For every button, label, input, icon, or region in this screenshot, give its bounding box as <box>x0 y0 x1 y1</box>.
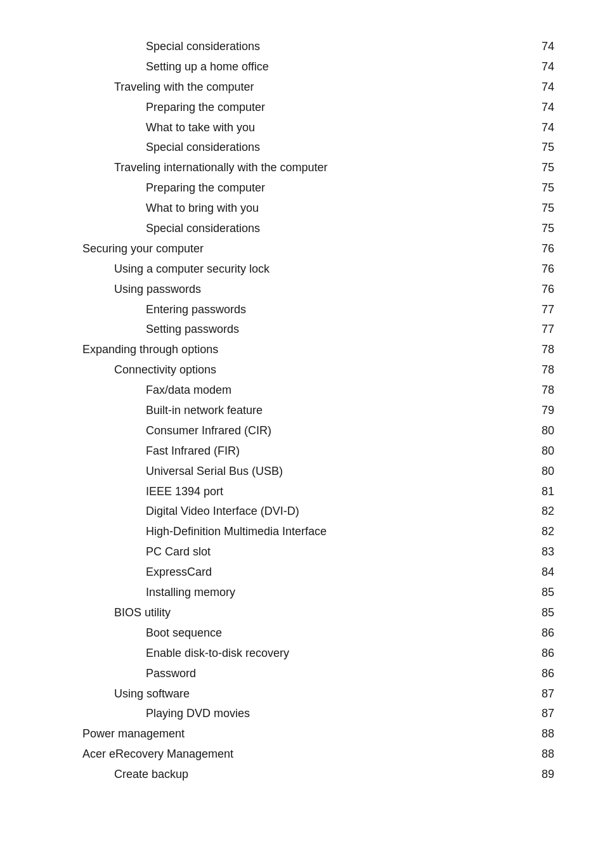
toc-entry-page: 88 <box>535 725 554 743</box>
toc-entry: Fax/data modem78 <box>51 382 554 399</box>
toc-entry-page: 88 <box>535 746 554 763</box>
toc-entry-label: PC Card slot <box>146 543 535 561</box>
toc-entry-label: BIOS utility <box>114 604 535 622</box>
toc-entry: What to bring with you75 <box>51 200 554 217</box>
toc-entry: Power management88 <box>51 725 554 743</box>
toc-entry: Using passwords76 <box>51 281 554 299</box>
toc-entry-page: 76 <box>535 281 554 299</box>
toc-entry-label: High-Definition Multimedia Interface <box>146 523 535 541</box>
toc-entry-page: 76 <box>535 240 554 258</box>
toc-entry-label: Securing your computer <box>82 240 535 258</box>
toc-entry-label: Universal Serial Bus (USB) <box>146 463 535 481</box>
toc-entry-page: 78 <box>535 361 554 379</box>
toc-entry: Setting passwords77 <box>51 321 554 339</box>
toc-entry-label: Expanding through options <box>82 341 535 359</box>
toc-entry-label: Entering passwords <box>146 301 535 319</box>
toc-entry: Expanding through options78 <box>51 341 554 359</box>
toc-entry-page: 84 <box>535 564 554 581</box>
toc-entry: Fast Infrared (FIR)80 <box>51 443 554 460</box>
toc-entry-page: 86 <box>535 625 554 642</box>
toc-entry: Boot sequence86 <box>51 625 554 642</box>
toc-entry-page: 75 <box>535 159 554 177</box>
toc-entry-label: Acer eRecovery Management <box>82 746 535 763</box>
toc-entry-page: 86 <box>535 645 554 663</box>
toc-entry-label: What to bring with you <box>146 200 535 217</box>
toc-entry-label: Setting up a home office <box>146 58 535 76</box>
toc-entry-label: ExpressCard <box>146 564 535 581</box>
toc-entry: Digital Video Interface (DVI-D)82 <box>51 503 554 521</box>
toc-entry-label: What to take with you <box>146 119 535 137</box>
toc-entry-page: 75 <box>535 220 554 238</box>
toc-entry: Connectivity options78 <box>51 361 554 379</box>
toc-entry-label: Setting passwords <box>146 321 535 339</box>
toc-entry-label: Using a computer security lock <box>114 261 535 278</box>
toc-entry-label: Traveling internationally with the compu… <box>114 159 535 177</box>
toc-entry-page: 75 <box>535 179 554 197</box>
toc-entry: What to take with you74 <box>51 119 554 137</box>
toc-entry-label: Consumer Infrared (CIR) <box>146 422 535 440</box>
toc-entry: Using software87 <box>51 685 554 703</box>
toc-entry-label: Special considerations <box>146 220 535 238</box>
toc-entry: Traveling with the computer74 <box>51 79 554 96</box>
toc-entry-label: Traveling with the computer <box>114 79 535 96</box>
toc-entry-label: Password <box>146 665 535 683</box>
toc-entry-page: 80 <box>535 463 554 481</box>
toc-entry-label: Create backup <box>114 766 535 784</box>
toc-entry-label: Special considerations <box>146 139 535 157</box>
toc-entry-page: 82 <box>535 503 554 521</box>
toc-entry: Special considerations75 <box>51 220 554 238</box>
toc-entry-page: 82 <box>535 523 554 541</box>
toc-entry: Create backup89 <box>51 766 554 784</box>
toc-entry: Enable disk-to-disk recovery86 <box>51 645 554 663</box>
toc-entry-label: Connectivity options <box>114 361 535 379</box>
toc-entry-page: 83 <box>535 543 554 561</box>
toc-entry-label: Preparing the computer <box>146 99 535 117</box>
toc-entry: Installing memory85 <box>51 584 554 602</box>
toc-entry-label: Fax/data modem <box>146 382 535 399</box>
toc-entry: Setting up a home office74 <box>51 58 554 76</box>
toc-entry-page: 80 <box>535 422 554 440</box>
toc-entry: IEEE 1394 port81 <box>51 483 554 501</box>
toc-entry: Password86 <box>51 665 554 683</box>
toc-entry-label: Digital Video Interface (DVI-D) <box>146 503 535 521</box>
toc-entry-page: 87 <box>535 705 554 723</box>
toc-entry-page: 77 <box>535 301 554 319</box>
toc-entry-label: Special considerations <box>146 38 535 56</box>
toc-entry-label: Built-in network feature <box>146 402 535 420</box>
toc-entry-label: Power management <box>82 725 535 743</box>
toc-entry-label: Enable disk-to-disk recovery <box>146 645 535 663</box>
toc-entry: BIOS utility85 <box>51 604 554 622</box>
toc-entry: PC Card slot83 <box>51 543 554 561</box>
toc-entry-label: Boot sequence <box>146 625 535 642</box>
toc-entry-page: 74 <box>535 99 554 117</box>
toc-entry: Acer eRecovery Management88 <box>51 746 554 763</box>
toc-entry-page: 87 <box>535 685 554 703</box>
toc-entry-label: Using software <box>114 685 535 703</box>
toc-entry: ExpressCard84 <box>51 564 554 581</box>
toc-entry-page: 85 <box>535 604 554 622</box>
toc-entry: Special considerations75 <box>51 139 554 157</box>
toc-entry-page: 74 <box>535 119 554 137</box>
toc-entry: Playing DVD movies87 <box>51 705 554 723</box>
toc-entry-page: 74 <box>535 38 554 56</box>
toc-entry-label: IEEE 1394 port <box>146 483 535 501</box>
toc-entry-label: Using passwords <box>114 281 535 299</box>
toc-entry: Consumer Infrared (CIR)80 <box>51 422 554 440</box>
toc-entry: Preparing the computer74 <box>51 99 554 117</box>
toc-entry-page: 81 <box>535 483 554 501</box>
toc-entry: Preparing the computer75 <box>51 179 554 197</box>
toc-entry-page: 79 <box>535 402 554 420</box>
table-of-contents: Special considerations74Setting up a hom… <box>51 38 554 784</box>
toc-entry-page: 76 <box>535 261 554 278</box>
toc-entry: Special considerations74 <box>51 38 554 56</box>
toc-entry: High-Definition Multimedia Interface82 <box>51 523 554 541</box>
toc-entry: Securing your computer76 <box>51 240 554 258</box>
toc-entry-page: 74 <box>535 58 554 76</box>
toc-entry: Built-in network feature79 <box>51 402 554 420</box>
toc-entry-page: 78 <box>535 341 554 359</box>
toc-entry-label: Preparing the computer <box>146 179 535 197</box>
toc-entry-label: Fast Infrared (FIR) <box>146 443 535 460</box>
toc-entry-label: Installing memory <box>146 584 535 602</box>
toc-entry-page: 85 <box>535 584 554 602</box>
toc-entry: Universal Serial Bus (USB)80 <box>51 463 554 481</box>
